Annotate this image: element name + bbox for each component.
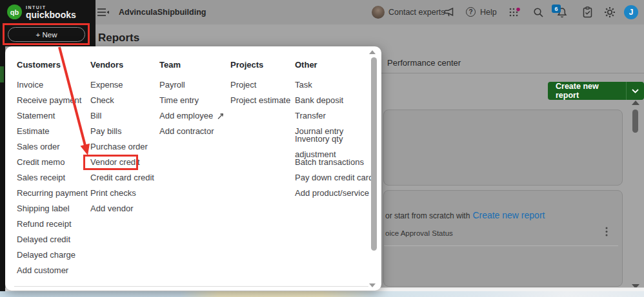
- menu-item-add-product-service[interactable]: Add product/service: [295, 186, 381, 201]
- report-row-label[interactable]: oice Approval Status: [385, 229, 453, 237]
- menu-item-label: Project estimate: [230, 93, 290, 108]
- menu-item-check[interactable]: Check: [90, 93, 154, 108]
- collapse-sidebar-icon[interactable]: [97, 8, 109, 17]
- taskbar-strip: [0, 291, 644, 297]
- question-mark-icon: ?: [466, 7, 476, 17]
- company-name[interactable]: AdvinculaShipbuilding: [119, 8, 206, 17]
- page-title: Reports: [98, 32, 139, 44]
- reports-list-card: or start from scratch withCreate new rep…: [383, 190, 623, 287]
- menu-item-label: Estimate: [17, 124, 50, 139]
- help-label[interactable]: Help: [480, 8, 497, 17]
- menu-item-estimate[interactable]: Estimate: [17, 124, 88, 139]
- contact-experts-avatar: [372, 6, 385, 19]
- create-new-report-split-button[interactable]: Create new report: [548, 82, 644, 100]
- menu-item-print-checks[interactable]: Print checks: [90, 186, 154, 201]
- menu-item-payroll[interactable]: Payroll: [159, 77, 225, 93]
- menu-item-add-customer[interactable]: Add customer: [17, 263, 88, 278]
- menu-item-label: Add vendor: [90, 201, 134, 216]
- help-icon[interactable]: ?: [466, 7, 476, 17]
- intuit-wordmark: INTUIT: [26, 5, 76, 10]
- menu-scrollbar-down-arrow[interactable]: [369, 283, 376, 287]
- menu-item-shipping-label[interactable]: Shipping label: [17, 201, 88, 216]
- menu-item-label: Delayed credit: [17, 232, 70, 247]
- search-icon[interactable]: [533, 7, 544, 18]
- announcements-icon[interactable]: [444, 7, 455, 17]
- menu-item-label: Refund receipt: [17, 216, 72, 232]
- scratch-prefix-text: or start from scratch with: [385, 211, 470, 220]
- menu-item-credit-card-credit[interactable]: Credit card credit: [90, 170, 154, 186]
- menu-item-bank-deposit[interactable]: Bank deposit: [295, 93, 381, 108]
- chevron-down-icon: [632, 89, 639, 93]
- menu-column-team: TeamPayrollTime entryAdd employeeAdd con…: [159, 59, 225, 139]
- menu-item-delayed-charge[interactable]: Delayed charge: [17, 247, 88, 263]
- menu-item-statement[interactable]: Statement: [17, 108, 88, 124]
- menu-scrollbar-thumb[interactable]: [371, 57, 377, 251]
- menu-item-label: Pay down credit card: [295, 170, 373, 186]
- tab-divider: [381, 73, 644, 73]
- menu-item-inventory-qty-adjustment[interactable]: Inventory qty adjustment: [295, 139, 381, 155]
- contact-experts-link[interactable]: Contact experts: [388, 8, 445, 17]
- page-scrollbar-up-arrow[interactable]: [632, 101, 639, 105]
- menu-item-label: Task: [295, 77, 312, 93]
- create-new-report-dropdown[interactable]: [626, 82, 644, 100]
- menu-item-label: Sales order: [17, 139, 59, 155]
- menu-item-sales-order[interactable]: Sales order: [17, 139, 88, 155]
- menu-item-add-employee[interactable]: Add employee: [159, 108, 225, 124]
- quickbooks-logo[interactable]: qb INTUIT quickbooks: [7, 5, 76, 19]
- tab-performance-center[interactable]: Performance center: [387, 58, 461, 68]
- menu-item-refund-receipt[interactable]: Refund receipt: [17, 216, 88, 232]
- menu-item-delayed-credit[interactable]: Delayed credit: [17, 232, 88, 247]
- sidebar-active-item-highlight: [0, 66, 4, 82]
- menu-column-title: Other: [295, 59, 381, 71]
- menu-item-label: Add employee: [159, 108, 213, 124]
- payroll-upgrade-dart-icon: [217, 112, 225, 120]
- create-new-report-link[interactable]: Create new report: [472, 210, 545, 220]
- menu-column-customers: CustomersInvoiceReceive paymentStatement…: [17, 59, 88, 278]
- menu-column-title: Projects: [230, 59, 290, 71]
- menu-item-label: Delayed charge: [17, 247, 75, 263]
- menu-item-label: Transfer: [295, 108, 326, 124]
- menu-item-label: Credit card credit: [90, 170, 154, 186]
- menu-item-add-vendor[interactable]: Add vendor: [90, 201, 154, 216]
- menu-item-label: Payroll: [159, 77, 185, 93]
- page-scrollbar-thumb[interactable]: [632, 110, 638, 133]
- settings-gear-icon[interactable]: [604, 6, 616, 18]
- annotation-box-new-button: [3, 23, 90, 45]
- apps-notification-dot: [516, 8, 520, 11]
- menu-item-label: Recurring payment: [17, 186, 88, 201]
- menu-item-label: Bill: [90, 108, 101, 124]
- qb-logo-icon: qb: [7, 5, 22, 19]
- menu-item-label: Add customer: [17, 263, 68, 278]
- create-new-report-button[interactable]: Create new report: [548, 82, 626, 100]
- menu-item-pay-bills[interactable]: Pay bills: [90, 124, 154, 139]
- menu-item-invoice[interactable]: Invoice: [17, 77, 88, 93]
- menu-scrollbar-up-arrow[interactable]: [369, 50, 376, 54]
- menu-item-expense[interactable]: Expense: [90, 77, 154, 93]
- menu-item-task[interactable]: Task: [295, 77, 381, 93]
- menu-item-project-estimate[interactable]: Project estimate: [230, 93, 290, 108]
- menu-item-transfer[interactable]: Transfer: [295, 108, 381, 124]
- menu-item-label: Add product/service: [295, 186, 369, 201]
- menu-item-sales-receipt[interactable]: Sales receipt: [17, 170, 88, 186]
- menu-item-add-contractor[interactable]: Add contractor: [159, 124, 225, 139]
- top-navigation-bar: [0, 0, 644, 24]
- report-row-kebab-icon[interactable]: [605, 227, 608, 239]
- menu-column-projects: ProjectsProjectProject estimate: [230, 59, 290, 108]
- user-profile-avatar[interactable]: J: [624, 5, 638, 19]
- tasks-clipboard-icon[interactable]: [583, 6, 592, 18]
- menu-item-bill[interactable]: Bill: [90, 108, 154, 124]
- menu-item-label: Shipping label: [17, 201, 70, 216]
- start-from-scratch-row: or start from scratch withCreate new rep…: [385, 210, 545, 220]
- menu-item-credit-memo[interactable]: Credit memo: [17, 155, 88, 170]
- menu-item-receive-payment[interactable]: Receive payment: [17, 93, 88, 108]
- menu-item-label: Expense: [90, 77, 123, 93]
- quickbooks-wordmark: quickbooks: [26, 10, 76, 19]
- apps-grid-icon[interactable]: [509, 8, 521, 17]
- menu-item-pay-down-credit-card[interactable]: Pay down credit card: [295, 170, 381, 186]
- report-row-divider: [384, 245, 618, 246]
- menu-item-time-entry[interactable]: Time entry: [159, 93, 225, 108]
- menu-item-purchase-order[interactable]: Purchase order: [90, 139, 154, 155]
- new-transaction-menu: CustomersInvoiceReceive paymentStatement…: [5, 46, 381, 291]
- menu-item-project[interactable]: Project: [230, 77, 290, 93]
- menu-item-recurring-payment[interactable]: Recurring payment: [17, 186, 88, 201]
